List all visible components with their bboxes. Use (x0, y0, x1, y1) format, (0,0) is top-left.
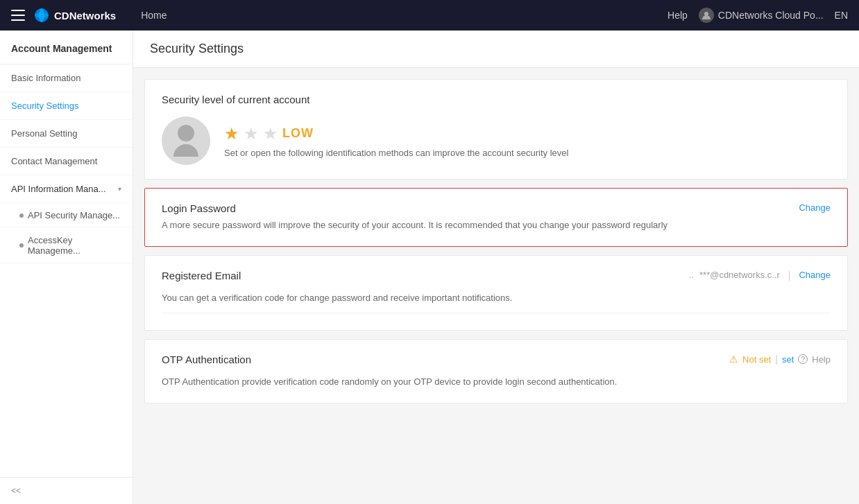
otp-not-set-label: Not set (742, 354, 771, 365)
language-selector[interactable]: EN (835, 10, 848, 21)
sidebar-item-accesskey[interactable]: AccessKey Manageme... (0, 228, 133, 263)
registered-email-desc: You can get a verification code for chan… (162, 291, 831, 305)
star-empty-1: ★ (244, 124, 259, 144)
avatar-inner (173, 125, 198, 157)
login-password-title: Login Password (162, 202, 667, 214)
content-area: Security level of current account ★ ★ ★ (133, 68, 859, 415)
user-nav-menu[interactable]: CDNetworks Cloud Po... (699, 8, 824, 23)
nav-right: Help CDNetworks Cloud Po... EN (667, 8, 848, 23)
dot-icon (19, 243, 24, 247)
registered-email-content: Registered Email (162, 270, 241, 286)
top-navigation: CDNetworks Home Help CDNetworks Cloud Po… (0, 0, 859, 31)
email-masked-value: ***@cdnetworks.c..r (699, 270, 780, 280)
divider (162, 313, 831, 313)
help-nav-link[interactable]: Help (667, 10, 688, 21)
sidebar-item-security-settings[interactable]: Security Settings (0, 92, 133, 120)
otp-desc: OTP Authentication provide verification … (162, 375, 831, 389)
otp-status-row: ⚠ Not set | set ? Help (729, 354, 831, 365)
star-filled-1: ★ (224, 124, 239, 144)
hamburger-menu[interactable] (11, 8, 25, 22)
registered-email-card: Registered Email .. ***@cdnetworks.c..r … (144, 255, 848, 331)
registered-email-title: Registered Email (162, 270, 241, 281)
svg-point-2 (35, 12, 49, 18)
avatar (162, 116, 210, 165)
sidebar-collapse-button[interactable]: << (0, 477, 133, 504)
brand-logo-icon (33, 7, 50, 24)
user-name-label: CDNetworks Cloud Po... (718, 10, 824, 21)
sidebar: Account Management Basic Information Sec… (0, 31, 133, 504)
warning-icon: ⚠ (729, 354, 738, 365)
sidebar-item-api-security[interactable]: API Security Manage... (0, 203, 133, 228)
star-empty-2: ★ (263, 124, 278, 144)
user-avatar-icon (701, 10, 711, 20)
main-layout: Account Management Basic Information Sec… (0, 31, 859, 504)
brand-name: CDNetworks (54, 10, 116, 21)
chevron-down-icon: ▾ (118, 185, 121, 193)
sidebar-item-contact-management[interactable]: Contact Management (0, 148, 133, 175)
sidebar-item-api-information[interactable]: API Information Mana... ▾ (0, 175, 133, 203)
main-content: Security Settings Security level of curr… (133, 31, 859, 504)
login-password-change-link[interactable]: Change (799, 202, 831, 213)
stars-row: ★ ★ ★ LOW (224, 124, 568, 144)
security-description: Set or open the following identification… (224, 148, 568, 158)
otp-header: OTP Authentication ⚠ Not set | set ? Hel… (162, 354, 831, 370)
security-level-card: Security level of current account ★ ★ ★ (144, 79, 848, 180)
avatar-head (178, 125, 194, 141)
separator: | (788, 270, 791, 281)
security-level-title: Security level of current account (162, 94, 831, 105)
sidebar-section-title: Account Management (0, 31, 133, 64)
dot-icon (19, 214, 24, 218)
registered-email-header: Registered Email .. ***@cdnetworks.c..r … (162, 270, 831, 286)
login-password-header: Login Password A more secure password wi… (162, 202, 831, 232)
sidebar-item-basic-information[interactable]: Basic Information (0, 64, 133, 92)
otp-authentication-card: OTP Authentication ⚠ Not set | set ? Hel… (144, 339, 848, 403)
otp-content: OTP Authentication (162, 354, 251, 370)
login-password-content: Login Password A more secure password wi… (162, 202, 667, 232)
login-password-desc: A more secure password will improve the … (162, 218, 667, 232)
pipe-separator: | (775, 354, 778, 365)
security-level-body: ★ ★ ★ LOW Set or open the following iden… (162, 116, 831, 165)
registered-email-change-link[interactable]: Change (799, 270, 831, 280)
otp-help-label[interactable]: Help (812, 354, 831, 365)
registered-email-right: .. ***@cdnetworks.c..r | Change (689, 270, 831, 281)
home-nav-link[interactable]: Home (133, 10, 175, 21)
login-password-card: Login Password A more secure password wi… (144, 188, 848, 247)
security-info: ★ ★ ★ LOW Set or open the following iden… (224, 124, 568, 158)
help-circle-icon: ? (798, 354, 808, 364)
sidebar-item-personal-setting[interactable]: Personal Setting (0, 120, 133, 148)
page-title: Security Settings (133, 31, 859, 68)
email-dots-prefix: .. (689, 270, 694, 280)
otp-title: OTP Authentication (162, 354, 251, 365)
brand: CDNetworks (33, 7, 116, 24)
avatar-body (173, 144, 198, 157)
user-icon (699, 8, 714, 23)
otp-set-link[interactable]: set (782, 354, 794, 365)
security-level-label: LOW (282, 126, 314, 141)
